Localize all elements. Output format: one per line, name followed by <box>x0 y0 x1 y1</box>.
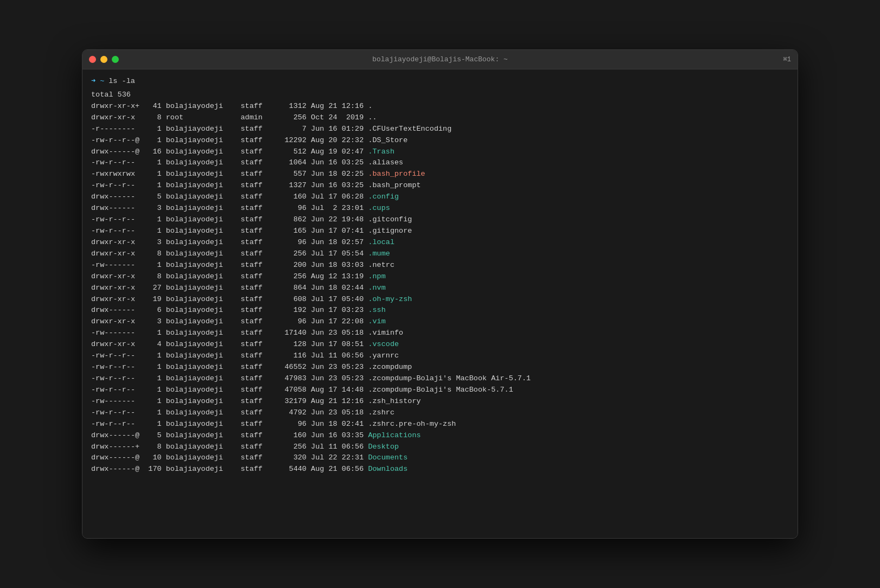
table-row: -rw-r--r-- 1 bolajiayodeji staff 1064 Ju… <box>91 157 789 169</box>
table-row: -rw-r--r-- 1 bolajiayodeji staff 165 Jun… <box>91 226 789 237</box>
table-row: drwxr-xr-x 3 bolajiayodeji staff 96 Jun … <box>91 316 789 328</box>
table-row: drwxr-xr-x 8 bolajiayodeji staff 256 Aug… <box>91 271 789 283</box>
terminal-window: bolajiayodeji@Bolajis-MacBook: ~ ⌘1 ➜ ~ … <box>82 49 798 539</box>
window-title: bolajiayodeji@Bolajis-MacBook: ~ <box>372 55 508 63</box>
table-row: drwxr-xr-x+ 41 bolajiayodeji staff 1312 … <box>91 101 789 112</box>
table-row: -rw-r--r-- 1 bolajiayodeji staff 47983 J… <box>91 373 789 385</box>
total-line: total 536 <box>91 90 789 101</box>
table-row: drwx------ 3 bolajiayodeji staff 96 Jul … <box>91 203 789 214</box>
prompt-line: ➜ ~ ls -la <box>91 76 789 87</box>
table-row: -rwxrwxrwx 1 bolajiayodeji staff 557 Jun… <box>91 169 789 180</box>
table-row: drwx------@ 10 bolajiayodeji staff 320 J… <box>91 452 789 464</box>
table-row: -rw-r--r-- 1 bolajiayodeji staff 47058 A… <box>91 385 789 396</box>
traffic-lights[interactable] <box>89 56 119 63</box>
table-row: -rw------- 1 bolajiayodeji staff 32179 A… <box>91 396 789 407</box>
table-row: -rw-r--r-- 1 bolajiayodeji staff 862 Jun… <box>91 214 789 226</box>
file-listing: drwxr-xr-x+ 41 bolajiayodeji staff 1312 … <box>91 101 789 475</box>
window-shortcut: ⌘1 <box>783 55 791 63</box>
table-row: -rw-r--r-- 1 bolajiayodeji staff 46552 J… <box>91 362 789 373</box>
table-row: -rw-r--r-- 1 bolajiayodeji staff 96 Jun … <box>91 419 789 430</box>
table-row: -rw------- 1 bolajiayodeji staff 17140 J… <box>91 328 789 339</box>
table-row: drwx------@ 16 bolajiayodeji staff 512 A… <box>91 146 789 158</box>
titlebar: bolajiayodeji@Bolajis-MacBook: ~ ⌘1 <box>82 50 798 69</box>
table-row: -rw-r--r-- 1 bolajiayodeji staff 4792 Ju… <box>91 407 789 419</box>
table-row: drwxr-xr-x 8 bolajiayodeji staff 256 Jul… <box>91 248 789 260</box>
prompt-dir: ~ <box>100 76 104 87</box>
table-row: drwxr-xr-x 8 root admin 256 Oct 24 2019 … <box>91 112 789 124</box>
table-row: drwxr-xr-x 19 bolajiayodeji staff 608 Ju… <box>91 294 789 305</box>
table-row: drwxr-xr-x 4 bolajiayodeji staff 128 Jun… <box>91 339 789 350</box>
table-row: drwxr-xr-x 27 bolajiayodeji staff 864 Ju… <box>91 283 789 294</box>
table-row: -r-------- 1 bolajiayodeji staff 7 Jun 1… <box>91 124 789 135</box>
prompt-arrow: ➜ <box>91 76 95 87</box>
table-row: drwx------@ 170 bolajiayodeji staff 5440… <box>91 464 789 475</box>
table-row: -rw-r--r--@ 1 bolajiayodeji staff 12292 … <box>91 135 789 146</box>
table-row: -rw-r--r-- 1 bolajiayodeji staff 116 Jul… <box>91 350 789 362</box>
maximize-button[interactable] <box>112 56 119 63</box>
table-row: drwxr-xr-x 3 bolajiayodeji staff 96 Jun … <box>91 237 789 248</box>
table-row: drwx------ 6 bolajiayodeji staff 192 Jun… <box>91 305 789 316</box>
minimize-button[interactable] <box>100 56 107 63</box>
close-button[interactable] <box>89 56 96 63</box>
table-row: drwx------@ 5 bolajiayodeji staff 160 Ju… <box>91 430 789 442</box>
prompt-cmd: ls -la <box>109 76 135 87</box>
table-row: drwx------ 5 bolajiayodeji staff 160 Jul… <box>91 191 789 203</box>
table-row: drwx------+ 8 bolajiayodeji staff 256 Ju… <box>91 442 789 453</box>
table-row: -rw------- 1 bolajiayodeji staff 200 Jun… <box>91 260 789 271</box>
table-row: -rw-r--r-- 1 bolajiayodeji staff 1327 Ju… <box>91 180 789 191</box>
terminal-body[interactable]: ➜ ~ ls -la total 536 drwxr-xr-x+ 41 bola… <box>82 69 798 538</box>
